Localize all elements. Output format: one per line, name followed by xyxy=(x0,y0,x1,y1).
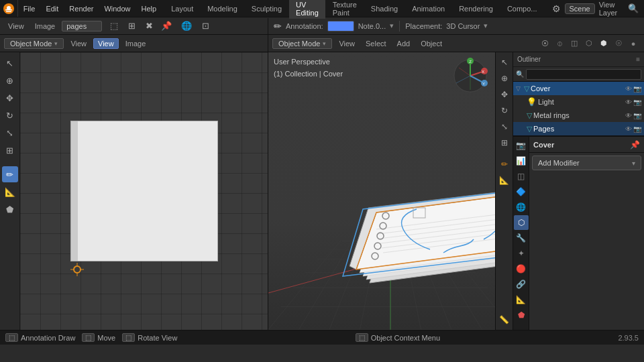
uv-image-btn[interactable]: Image xyxy=(31,21,60,32)
vp-cursor-tool-r[interactable]: ⊕ xyxy=(497,71,512,86)
search-icon[interactable]: 🔍 xyxy=(628,3,639,13)
prop-render-icon[interactable]: 📷 xyxy=(514,138,529,153)
uv-origin-marker xyxy=(73,265,81,274)
cursor-dropdown-arrow[interactable]: ▾ xyxy=(484,21,488,30)
overlay-overlay-icon[interactable]: ⦶ xyxy=(553,37,566,50)
tab-uv-editing[interactable]: UV Editing xyxy=(289,0,325,19)
tab-modeling[interactable]: Modeling xyxy=(201,3,244,15)
overlay-xray-icon[interactable]: ◫ xyxy=(568,37,581,50)
vp-measure-r[interactable]: 📏 xyxy=(497,312,512,327)
uv-cursor-tool[interactable]: ⊕ xyxy=(2,72,18,88)
outliner-item-pages[interactable]: ▽ Pages 👁 📷 xyxy=(513,122,644,135)
outliner-filter-icon[interactable]: ≡ xyxy=(636,56,640,63)
vp-rotate-tool-r[interactable]: ↻ xyxy=(497,103,512,118)
tab-shading[interactable]: Shading xyxy=(364,3,405,15)
uv-move-tool[interactable]: ✥ xyxy=(2,90,18,106)
uv-annotate-poly-tool[interactable]: ⬟ xyxy=(2,201,18,217)
viewport-view-btn[interactable]: View xyxy=(335,39,359,48)
vp-move-tool-r[interactable]: ✥ xyxy=(497,87,512,102)
tab-layout[interactable]: Layout xyxy=(164,3,200,15)
tab-compositing[interactable]: Compo... xyxy=(500,3,544,15)
uv-globe-icon[interactable]: 🌐 xyxy=(178,18,195,34)
tab-rendering[interactable]: Rendering xyxy=(452,3,500,15)
collection-vis-cam[interactable]: 📷 xyxy=(633,85,641,93)
uv-image2-btn[interactable]: Image xyxy=(121,39,150,48)
prop-modifier-icon[interactable]: 🔧 xyxy=(514,231,529,245)
shading-render-icon[interactable]: ● xyxy=(627,37,640,50)
prop-view-layer-icon[interactable]: ◫ xyxy=(514,169,529,184)
prop-output-icon[interactable]: 📊 xyxy=(514,154,529,168)
annotation-note-dropdown[interactable]: Note.0... xyxy=(358,22,386,30)
menu-render[interactable]: Render xyxy=(64,3,99,14)
object-pin-icon[interactable]: 📌 xyxy=(630,140,640,149)
prop-particles-icon[interactable]: ✦ xyxy=(514,246,529,261)
tab-animation[interactable]: Animation xyxy=(405,3,451,15)
viewport-select-btn[interactable]: Select xyxy=(362,39,390,48)
uv-icon-pin[interactable]: ✖ xyxy=(141,18,157,34)
viewport-mode-btn[interactable]: Object Mode ▾ xyxy=(272,38,332,49)
viewport-object-btn[interactable]: Object xyxy=(417,39,446,48)
view-layer-label: View Layer xyxy=(599,1,624,17)
uv-select-tool[interactable]: ↖ xyxy=(2,55,18,71)
metalrings-vis-cam[interactable]: 📷 xyxy=(633,112,641,119)
prop-material-icon[interactable]: ⬟ xyxy=(514,308,529,322)
collection-vis-eye[interactable]: 👁 xyxy=(625,85,632,93)
uv-icon-grid[interactable]: ⊞ xyxy=(123,18,140,34)
uv-image-name[interactable]: pages xyxy=(62,21,102,32)
vp-select-tool-r[interactable]: ↖ xyxy=(497,55,512,70)
uv-icon-slot[interactable]: ⬚ xyxy=(106,18,122,34)
add-modifier-btn[interactable]: Add Modifier ▾ xyxy=(532,156,641,170)
vp-annotate-r[interactable]: ✏ xyxy=(497,157,512,172)
shading-solid-icon[interactable]: ⬢ xyxy=(597,37,610,50)
shading-material-icon[interactable]: ⦾ xyxy=(612,37,625,50)
viewport-add-btn[interactable]: Add xyxy=(393,39,415,48)
nav-gizmo[interactable]: X Z Y xyxy=(452,58,488,95)
uv-icon-star[interactable]: 📌 xyxy=(158,18,174,34)
light-vis-cam[interactable]: 📷 xyxy=(633,99,641,106)
annotation-color[interactable] xyxy=(327,21,354,32)
note-dropdown-arrow[interactable]: ▾ xyxy=(390,21,394,30)
menu-help[interactable]: Help xyxy=(136,3,162,14)
uv-annotate-tool[interactable]: ✏ xyxy=(2,166,18,182)
add-modifier-arrow: ▾ xyxy=(632,160,635,167)
outliner-search-input[interactable] xyxy=(526,69,641,80)
uv-view2-btn[interactable]: View xyxy=(66,39,91,48)
prop-scene-icon[interactable]: 🔷 xyxy=(514,184,529,199)
pages-vis-eye[interactable]: 👁 xyxy=(625,125,632,133)
uv-scale-tool[interactable]: ⤡ xyxy=(2,125,18,141)
uv-canvas[interactable] xyxy=(20,52,268,330)
outliner-item-light[interactable]: 💡 Light 👁 📷 xyxy=(513,95,644,109)
pages-vis-cam[interactable]: 📷 xyxy=(633,125,641,133)
uv-annotate-line-tool[interactable]: 📐 xyxy=(2,184,18,200)
prop-world-icon[interactable]: 🌐 xyxy=(514,200,529,215)
prop-constraints-icon[interactable]: 🔗 xyxy=(514,277,529,292)
prop-physics-icon[interactable]: 🔴 xyxy=(514,261,529,276)
uv-rotate-tool[interactable]: ↻ xyxy=(2,107,18,123)
overlay-gizmo-icon[interactable]: ⦿ xyxy=(538,37,551,50)
prop-data-icon[interactable]: 📐 xyxy=(514,292,529,307)
blender-logo[interactable] xyxy=(0,0,18,17)
menu-edit[interactable]: Edit xyxy=(40,3,64,14)
scene-dropdown[interactable]: Scene xyxy=(565,3,595,14)
tab-sculpting[interactable]: Sculpting xyxy=(245,3,288,15)
vp-annotate-line-r[interactable]: 📐 xyxy=(497,173,512,188)
uv-select-btn[interactable]: View xyxy=(93,38,119,49)
outliner-item-cover[interactable]: ▽ ▽ Cover 👁 📷 xyxy=(513,82,644,95)
uv-left-toolbar: ↖ ⊕ ✥ ↻ ⤡ ⊞ ✏ 📐 ⬟ xyxy=(0,52,20,330)
vp-transform-tool-r[interactable]: ⊞ xyxy=(497,135,512,150)
viewport-3d[interactable]: User Perspective (1) Collection | Cover xyxy=(268,52,513,330)
vp-scale-tool-r[interactable]: ⤡ xyxy=(497,119,512,134)
uv-view-btn[interactable]: View xyxy=(4,21,28,32)
cursor-label[interactable]: 3D Cursor xyxy=(446,22,480,30)
metalrings-vis-eye[interactable]: 👁 xyxy=(625,112,632,119)
menu-file[interactable]: File xyxy=(18,3,41,14)
menu-window[interactable]: Window xyxy=(99,3,136,14)
prop-object-icon[interactable]: ⬡ xyxy=(514,215,529,230)
uv-transform-tool[interactable]: ⊞ xyxy=(2,142,18,158)
tab-texture-paint[interactable]: Texture Paint xyxy=(326,0,364,19)
shading-wire-icon[interactable]: ⬡ xyxy=(582,37,596,50)
uv-fit-icon[interactable]: ⊡ xyxy=(197,18,213,34)
light-vis-eye[interactable]: 👁 xyxy=(625,99,632,106)
outliner-item-metal-rings[interactable]: ▽ Metal rings 👁 📷 xyxy=(513,109,644,122)
uv-object-mode-btn[interactable]: Object Mode ▾ xyxy=(4,38,64,49)
